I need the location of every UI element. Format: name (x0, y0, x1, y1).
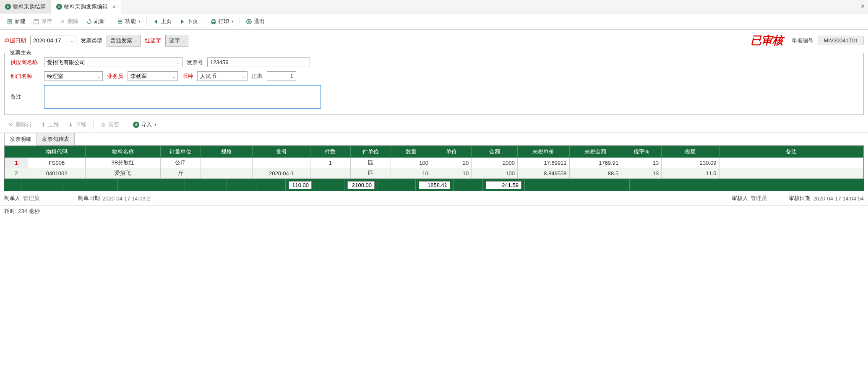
next-button[interactable]: 下页 (176, 16, 201, 27)
cell-ntprice[interactable]: 8.849558 (518, 168, 570, 179)
cell-punit[interactable]: 匹 (350, 168, 391, 179)
button-label: 删除行 (16, 121, 32, 128)
cell-price[interactable]: 10 (431, 168, 472, 179)
import-button[interactable]: ⊕导入▾ (130, 119, 160, 130)
col-header[interactable]: 计量单位 (160, 146, 201, 158)
move-down-button: ⬇下移 (64, 119, 90, 130)
cell-amt[interactable]: 2000 (472, 158, 518, 168)
cell-ntamt[interactable]: 1769.91 (569, 158, 621, 168)
cell-taxr[interactable]: 13 (621, 158, 662, 168)
maker-label: 制单人 (4, 195, 21, 202)
chevron-down-icon: ▾ (138, 19, 141, 23)
col-header[interactable]: 未税单价 (518, 146, 570, 158)
refresh-button[interactable]: 刷新 (83, 16, 108, 27)
dept-label: 部门名称 (10, 73, 40, 80)
cell-punit[interactable]: 匹 (350, 158, 391, 168)
cell-pcs[interactable]: 1 (310, 158, 350, 168)
col-header[interactable]: 件数 (310, 146, 350, 158)
close-icon[interactable]: × (112, 3, 116, 10)
button-label: 下移 (76, 121, 86, 128)
auditor-value: 管理员 (751, 195, 767, 202)
tab-invoice-edit[interactable]: ⊕ 物料采购发票编辑 × (51, 0, 121, 13)
col-header[interactable]: 税额 (662, 146, 719, 158)
cell-name[interactable]: 爱招飞 (86, 168, 161, 179)
col-header[interactable]: 批号 (253, 146, 310, 158)
cell-tax[interactable]: 230.09 (662, 158, 719, 168)
separator (240, 17, 240, 26)
cell-spec[interactable] (201, 158, 253, 168)
cell-tax[interactable]: 11.5 (662, 168, 719, 179)
col-header[interactable]: 备注 (719, 146, 863, 158)
supplier-input[interactable] (44, 57, 182, 67)
refresh-icon (86, 18, 92, 25)
cell-unit[interactable]: 公斤 (160, 158, 201, 168)
cell-n[interactable]: 1 (5, 158, 28, 168)
separator (111, 17, 111, 26)
cell-taxr[interactable]: 13 (621, 168, 662, 179)
cell-ntprice[interactable]: 17.69911 (518, 158, 570, 168)
cell-qty[interactable]: 100 (391, 158, 431, 168)
cell-spec[interactable] (201, 168, 253, 179)
cell-price[interactable]: 20 (431, 158, 472, 168)
separator (204, 17, 204, 26)
next-icon (179, 18, 185, 25)
col-header[interactable]: 金额 (472, 146, 518, 158)
tab-material-settlement[interactable]: ⊕ 物料采购结算 (0, 0, 51, 13)
table-row[interactable]: 1FS0063B分散红公斤1匹10020200017.699111769.911… (5, 158, 863, 168)
exit-button[interactable]: 退出 (242, 16, 268, 27)
col-header[interactable]: 物料代码 (28, 146, 85, 158)
button-label: 退出 (254, 18, 265, 25)
cell-lot[interactable] (253, 158, 310, 168)
col-header[interactable]: 数量 (391, 146, 431, 158)
new-button[interactable]: 新建 (3, 16, 29, 27)
tab-label: 物料采购结算 (13, 3, 46, 10)
cell-unit[interactable]: 斤 (160, 168, 201, 179)
col-header[interactable]: 件单位 (350, 146, 391, 158)
cell-pcs[interactable] (310, 168, 350, 179)
cell-name[interactable]: 3B分散红 (86, 158, 161, 168)
button-label: 打印 (218, 18, 229, 25)
remark-textarea[interactable] (44, 85, 321, 109)
cell-n[interactable]: 2 (5, 168, 28, 179)
cell-ntamt[interactable]: 88.5 (569, 168, 621, 179)
cell-lot[interactable]: 2020-04-1 (253, 168, 310, 179)
doc-no-value: MIV20041701 (818, 36, 864, 45)
cell-code[interactable]: 0401002 (28, 168, 85, 179)
red-blue-select[interactable]: 蓝字⌵ (165, 35, 188, 47)
chevron-down-icon: ▾ (232, 19, 234, 23)
cell-amt[interactable]: 100 (472, 168, 518, 179)
svg-rect-10 (212, 19, 215, 21)
col-header[interactable]: 规格 (201, 146, 253, 158)
inv-type-label: 发票类型 (81, 37, 102, 44)
tab-invoice-detail[interactable]: 发票明细 (4, 133, 37, 145)
currency-input[interactable] (197, 71, 248, 81)
detail-grid: 物料代码物料名称计量单位规格批号件数件单位数量单价金额未税单价未税金额税率%税额… (4, 146, 864, 179)
col-header[interactable]: 未税金额 (569, 146, 621, 158)
doc-date-input[interactable] (30, 36, 76, 45)
col-header[interactable]: 物料名称 (86, 146, 161, 158)
function-button[interactable]: 功能 ▾ (114, 16, 144, 27)
rate-input[interactable] (267, 71, 296, 81)
prev-button[interactable]: 上页 (149, 16, 175, 27)
total-cell (63, 179, 118, 191)
rate-label: 汇率 (252, 73, 263, 80)
print-button[interactable]: 打印 ▾ (207, 16, 237, 27)
cell-code[interactable]: FS006 (28, 158, 85, 168)
save-button: 保存 (30, 16, 55, 27)
cell-remark[interactable] (719, 158, 863, 168)
col-header[interactable]: 税率% (621, 146, 662, 158)
inv-type-select[interactable]: 普通发票⌵ (107, 35, 141, 47)
dept-input[interactable] (44, 71, 103, 81)
tab-invoice-recon[interactable]: 发票勾稽表 (36, 133, 75, 145)
close-all-icon[interactable]: × (861, 3, 865, 10)
invoice-master-fieldset: 发票主表 供应商名称 发票号 部门名称 业务员 币种 汇率 备注 (4, 53, 864, 115)
salesman-input[interactable] (128, 71, 178, 81)
inv-no-input[interactable] (207, 57, 310, 67)
cell-remark[interactable] (719, 168, 863, 179)
up-icon: ⬆ (40, 122, 47, 128)
total-value: 2100.00 (347, 181, 375, 189)
col-header[interactable]: 单价 (431, 146, 472, 158)
cell-qty[interactable]: 10 (391, 168, 431, 179)
col-header[interactable] (5, 146, 28, 158)
table-row[interactable]: 20401002爱招飞斤2020-04-1匹10101008.84955888.… (5, 168, 863, 179)
